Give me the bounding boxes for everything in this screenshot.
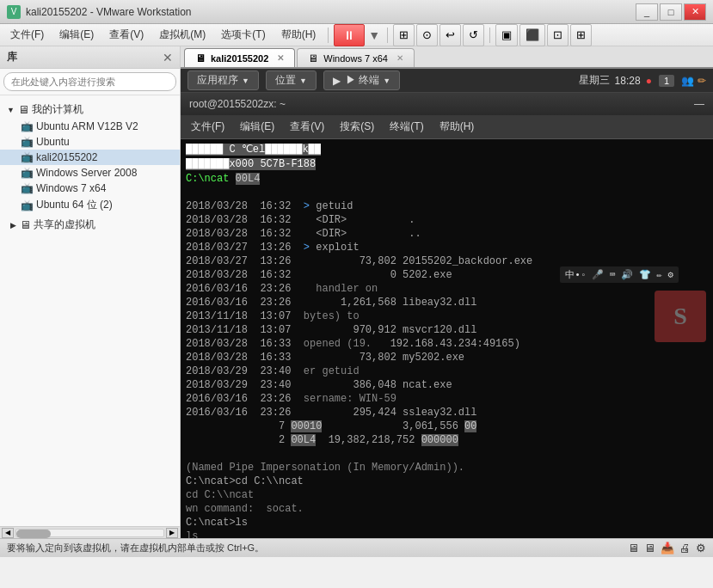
menu-vm[interactable]: 虚拟机(M) xyxy=(152,26,212,44)
term-menu-help[interactable]: 帮助(H) xyxy=(433,118,482,136)
kali-time-text: 18:28 xyxy=(615,75,641,87)
tree-section-my-computer: ▼ 🖥 我的计算机 📺 Ubuntu ARM V12B V2 📺 Ubuntu … xyxy=(0,101,180,214)
menu-tab[interactable]: 选项卡(T) xyxy=(214,26,272,44)
tab-kali-close[interactable]: ✕ xyxy=(277,53,284,63)
terminal-minimize[interactable]: — xyxy=(694,98,704,110)
computer-icon: 🖥 xyxy=(18,103,29,116)
sidebar-item-ubuntu-arm[interactable]: 📺 Ubuntu ARM V12B V2 xyxy=(0,119,180,134)
tb-btn2[interactable]: ⊙ xyxy=(416,24,438,46)
sidebar-item-label-win-server: Windows Server 2008 xyxy=(36,167,137,179)
kali-app-menu[interactable]: 应用程序 ▼ xyxy=(187,70,259,90)
title-bar-left: V kali20155202 - VMware Workstation xyxy=(7,5,192,19)
tb-btn1[interactable]: ⊞ xyxy=(393,24,415,46)
chevron-right-icon: ▶ xyxy=(10,221,16,230)
term-selected-1: ██████ C ℃el██████k██ xyxy=(186,144,321,156)
term-content-area: C:\ncat 00L4 2018/03/28 16:32 > getuid 2… xyxy=(186,172,708,447)
term-line-15: 2018/03/28 16:33 73,802 my5202.exe xyxy=(186,351,708,364)
sidebar-close-button[interactable]: ✕ xyxy=(163,51,173,64)
menu-edit[interactable]: 编辑(E) xyxy=(52,26,101,44)
tb-sep1 xyxy=(387,28,388,43)
term-line-5: 2018/03/28 16:32 <DIR> . xyxy=(186,213,708,227)
kali-place-chevron: ▼ xyxy=(299,77,307,85)
term-line-10: 2016/03/16 23:26 handler on xyxy=(186,282,708,296)
kali-place-menu-label: 位置 xyxy=(275,73,296,88)
menu-file[interactable]: 文件(F) xyxy=(3,26,51,44)
search-input[interactable] xyxy=(3,72,176,91)
tab-bar: 🖥 kali20155202 ✕ 🖥 Windows 7 x64 ✕ xyxy=(181,46,713,69)
sidebar-header: 库 ✕ xyxy=(0,46,180,69)
tab-win7-close[interactable]: ✕ xyxy=(396,53,403,63)
hscroll-thumb[interactable] xyxy=(16,530,51,538)
kali-icon-1: 👥 xyxy=(681,75,694,87)
kali-terminal-menu[interactable]: ▶ ▶ 终端 ▼ xyxy=(323,70,400,90)
kali-icon-2: ✏ xyxy=(698,75,706,87)
sidebar-item-win-server[interactable]: 📺 Windows Server 2008 xyxy=(0,165,180,181)
term-line-blank2 xyxy=(186,447,708,461)
kali-app-chevron: ▼ xyxy=(242,77,249,85)
term-line-17: 2018/03/29 23:40 386,048 ncat.exe xyxy=(186,378,708,392)
sidebar-item-ubuntu64[interactable]: 📺 Ubuntu 64 位 (2) xyxy=(0,196,180,214)
term-line-4: 2018/03/28 16:32 > getuid xyxy=(186,199,708,213)
status-icon-print: 🖨 xyxy=(679,542,691,554)
sidebar-item-ubuntu[interactable]: 📺 Ubuntu xyxy=(0,134,180,150)
kali-dot: ● xyxy=(646,75,652,87)
term-menu-view[interactable]: 查看(V) xyxy=(283,118,331,136)
tab-kali[interactable]: 🖥 kali20155202 ✕ xyxy=(184,48,295,67)
tab-win7[interactable]: 🖥 Windows 7 x64 ✕ xyxy=(297,48,415,67)
terminal-icon: ▶ xyxy=(333,75,341,87)
term-line-23: C:\ncat>cd C:\\ncat xyxy=(186,475,708,488)
kali-app-menu-label: 应用程序 xyxy=(197,73,238,88)
term-line-11: 2016/03/16 23:26 1,261,568 libeay32.dll xyxy=(186,296,708,309)
sidebar-item-shared[interactable]: ▶ 🖥 共享的虚拟机 xyxy=(0,216,180,234)
vm-icon-ubuntu-arm: 📺 xyxy=(21,120,34,132)
terminal-toolbar: 文件(F) 编辑(E) 查看(V) 搜索(S) 终端(T) 帮助(H) xyxy=(181,115,713,139)
term-line-25: wn command: socat. xyxy=(186,502,708,516)
term-line-19: 2016/03/16 23:26 295,424 ssleay32.dll xyxy=(186,406,708,420)
term-menu-edit[interactable]: 编辑(E) xyxy=(233,118,281,136)
kali-terminal-menu-label: ▶ 终端 xyxy=(346,73,379,88)
tb-btn6[interactable]: ⬛ xyxy=(519,24,545,46)
term-line-hl2: ███████x000 5C7B-F188 xyxy=(186,157,708,172)
kali-time-area: 星期三 18:28 ● xyxy=(579,73,652,88)
sidebar-item-win7[interactable]: 📺 Windows 7 x64 xyxy=(0,181,180,196)
term-menu-search[interactable]: 搜索(S) xyxy=(333,118,381,136)
tb-btn4[interactable]: ↺ xyxy=(463,24,484,46)
sidebar-item-label-ubuntu64: Ubuntu 64 位 (2) xyxy=(36,198,113,212)
sidebar-hscroll[interactable]: ◀ ▶ xyxy=(0,526,180,538)
terminal-title-bar: root@20155202zx: ~ — xyxy=(181,93,713,115)
sidebar: 库 ✕ ▼ 🖥 我的计算机 📺 Ubuntu ARM V12B V2 📺 xyxy=(0,46,181,538)
term-line-26: C:\ncat>ls xyxy=(186,516,708,530)
term-line-20: 7 00010 3,061,556 00 xyxy=(186,420,708,433)
term-menu-file[interactable]: 文件(F) xyxy=(184,118,231,136)
tree-my-computer-header[interactable]: ▼ 🖥 我的计算机 xyxy=(0,101,180,119)
tb-btn8[interactable]: ⊞ xyxy=(570,24,592,46)
title-bar: V kali20155202 - VMware Workstation _ □ … xyxy=(0,0,713,24)
tb-btn5[interactable]: ▣ xyxy=(495,24,518,46)
term-line-3: C:\ncat 00L4 xyxy=(186,172,708,186)
hscroll-right[interactable]: ▶ xyxy=(166,528,178,538)
minimize-button[interactable]: _ xyxy=(636,3,658,21)
status-icon-settings: ⚙ xyxy=(696,542,706,554)
ime-text: 中•◦ 🎤 ⌨ 🔊 👕 ✏ ⚙ xyxy=(565,270,673,280)
close-button[interactable]: ✕ xyxy=(684,3,706,21)
menu-view[interactable]: 查看(V) xyxy=(102,26,151,44)
term-line-7: 2018/03/27 13:26 > exploit xyxy=(186,241,708,254)
tb-btn7[interactable]: ⊡ xyxy=(547,24,569,46)
term-line-14: 2018/03/28 16:33 opened (19. 192.168.43.… xyxy=(186,337,708,351)
hscroll-left[interactable]: ◀ xyxy=(2,528,14,538)
kali-place-menu[interactable]: 位置 ▼ xyxy=(266,70,317,90)
term-line-13: 2013/11/18 13:07 970,912 msvcr120.dll xyxy=(186,323,708,337)
maximize-button[interactable]: □ xyxy=(660,3,682,21)
status-icons: 🖥 🖥 📥 🖨 ⚙ xyxy=(628,542,706,554)
menu-help[interactable]: 帮助(H) xyxy=(274,26,323,44)
tb-btn3[interactable]: ↩ xyxy=(439,24,461,46)
sidebar-item-label-ubuntu-arm: Ubuntu ARM V12B V2 xyxy=(36,120,138,132)
tree-my-computer-label: 我的计算机 xyxy=(32,102,83,117)
sidebar-search-area xyxy=(0,69,180,95)
title-bar-text: kali20155202 - VMware Workstation xyxy=(26,6,192,18)
term-line-6: 2018/03/28 16:32 <DIR> .. xyxy=(186,227,708,241)
term-menu-terminal[interactable]: 终端(T) xyxy=(383,118,430,136)
pause-button[interactable]: ⏸ xyxy=(334,24,365,46)
sidebar-item-kali[interactable]: 📺 kali20155202 xyxy=(0,150,180,165)
terminal-display[interactable]: ██████ C ℃el██████k██ ███████x000 5C7B-F… xyxy=(181,139,713,538)
